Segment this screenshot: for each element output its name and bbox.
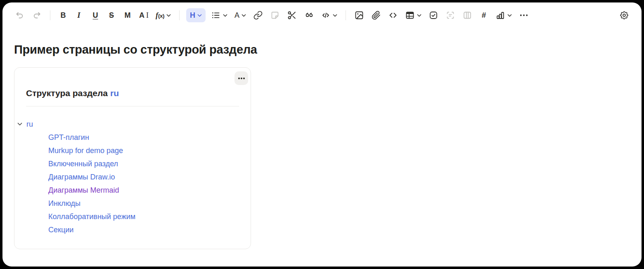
- strikethrough-glyph: S: [109, 11, 114, 20]
- chart-dropdown-button[interactable]: [494, 8, 514, 22]
- cut-button[interactable]: [285, 8, 298, 22]
- italic-glyph: I: [77, 11, 81, 20]
- link-icon: [253, 10, 263, 20]
- chevron-down-icon: [223, 14, 227, 17]
- chevron-down-icon: [333, 14, 337, 17]
- chevron-down-icon: [197, 14, 202, 17]
- text-color-button[interactable]: AI: [137, 8, 150, 22]
- tree-item-link[interactable]: GPT-плагин: [48, 133, 89, 142]
- sticker-button[interactable]: [268, 8, 282, 22]
- text-style-dropdown-button[interactable]: A: [233, 8, 248, 22]
- undo-button[interactable]: [13, 8, 26, 22]
- tree-item-link[interactable]: Коллаборативный режим: [48, 212, 135, 221]
- settings-button[interactable]: [618, 8, 631, 22]
- tree-item-link[interactable]: Инклюды: [48, 199, 80, 208]
- card-menu-button[interactable]: [234, 71, 248, 85]
- anchor-button[interactable]: #: [478, 8, 490, 22]
- editor-content: Пример страницы со структурой раздела Ст…: [2, 43, 642, 249]
- tree-item: Диаграммы Mermaid: [48, 184, 239, 197]
- formula-icon: f(x): [156, 11, 164, 20]
- more-button[interactable]: [517, 8, 530, 22]
- bold-glyph: B: [61, 11, 66, 20]
- include-block-button[interactable]: [444, 8, 457, 22]
- code-block-dropdown-button[interactable]: [319, 8, 339, 22]
- heading-icon: H: [190, 11, 195, 20]
- tree-item: Включенный раздел: [48, 157, 239, 170]
- chevron-down-icon: [507, 14, 512, 17]
- insert-image-button[interactable]: [353, 8, 366, 22]
- text-color-glyph: A: [139, 11, 144, 20]
- include-block-icon: [445, 10, 455, 20]
- toolbar-divider: [50, 10, 50, 20]
- card-title-text: Структура раздела: [26, 88, 108, 98]
- quote-icon: [304, 10, 314, 20]
- tree-item-link[interactable]: Диаграммы Mermaid: [48, 186, 119, 195]
- redo-icon: [32, 10, 42, 20]
- heading-dropdown-button[interactable]: H: [186, 8, 206, 22]
- page-title: Пример страницы со структурой раздела: [14, 43, 630, 57]
- tree-item: GPT-плагин: [48, 131, 239, 144]
- bullet-list-icon: [211, 10, 221, 20]
- strikethrough-button[interactable]: S: [105, 8, 118, 22]
- underline-glyph: U: [93, 11, 98, 20]
- task-checkbox-icon: [429, 10, 438, 20]
- image-icon: [354, 10, 364, 20]
- scissors-icon: [287, 10, 297, 20]
- monospace-glyph: M: [125, 11, 131, 20]
- anchor-hash-icon: #: [482, 11, 486, 20]
- card-title: Структура разделаru: [26, 88, 239, 98]
- undo-icon: [15, 10, 25, 20]
- tree-item-link[interactable]: Секции: [48, 226, 73, 234]
- section-tree: ru GPT-плагин Murkup for demo page Включ…: [17, 118, 239, 236]
- columns-button[interactable]: [461, 8, 474, 22]
- chevron-down-icon: [17, 121, 23, 127]
- chevron-down-icon: [417, 14, 421, 17]
- tree-root-link[interactable]: ru: [26, 120, 33, 129]
- bold-button[interactable]: B: [57, 8, 69, 22]
- columns-icon: [462, 10, 472, 20]
- card-title-link[interactable]: ru: [110, 88, 119, 98]
- paperclip-icon: [371, 10, 381, 20]
- tree-item: Секции: [48, 223, 239, 236]
- text-style-icon: A: [234, 11, 239, 20]
- chart-icon: [495, 10, 505, 20]
- table-icon: [405, 10, 415, 20]
- quote-button[interactable]: [302, 8, 315, 22]
- more-icon: [519, 10, 529, 20]
- task-checkbox-button[interactable]: [427, 8, 440, 22]
- tree-item-link[interactable]: Диаграммы Draw.io: [48, 173, 115, 182]
- text-cursor-glyph: I: [146, 11, 149, 20]
- chevron-down-icon: [242, 14, 246, 17]
- attach-file-button[interactable]: [369, 8, 383, 22]
- editor-window: B I U S M AI f(x) H A: [2, 2, 642, 267]
- sticker-icon: [270, 10, 280, 20]
- section-structure-card: Структура разделаru ru GPT-плагин Murkup…: [14, 67, 251, 249]
- italic-button[interactable]: I: [73, 8, 85, 22]
- table-dropdown-button[interactable]: [403, 8, 423, 22]
- code-block-icon: [321, 10, 331, 20]
- tree-children: GPT-плагин Murkup for demo page Включенн…: [17, 131, 239, 236]
- chevron-down-icon: [166, 14, 171, 17]
- tree-collapse-button[interactable]: [17, 121, 23, 127]
- tree-item-link[interactable]: Включенный раздел: [48, 160, 118, 168]
- tree-item: Murkup for demo page: [48, 144, 239, 157]
- card-divider: [26, 106, 239, 106]
- tree-item: Коллаборативный режим: [48, 210, 239, 223]
- inline-code-icon: [388, 10, 398, 20]
- ellipsis-icon: [237, 74, 246, 83]
- inline-code-button[interactable]: [386, 8, 400, 22]
- underline-button[interactable]: U: [89, 8, 102, 22]
- tree-item: Инклюды: [48, 197, 239, 210]
- redo-button[interactable]: [30, 8, 43, 22]
- gear-icon: [619, 10, 629, 20]
- formula-dropdown-button[interactable]: f(x): [154, 8, 173, 22]
- toolbar-divider: [179, 10, 180, 20]
- tree-root-row: ru: [17, 118, 239, 131]
- tree-item-link[interactable]: Murkup for demo page: [48, 146, 123, 155]
- tree-item: Диаграммы Draw.io: [48, 170, 239, 184]
- editor-toolbar: B I U S M AI f(x) H A: [2, 2, 642, 24]
- list-dropdown-button[interactable]: [209, 8, 229, 22]
- link-button[interactable]: [251, 8, 265, 22]
- monospace-button[interactable]: M: [121, 8, 134, 22]
- toolbar-divider: [346, 10, 346, 20]
